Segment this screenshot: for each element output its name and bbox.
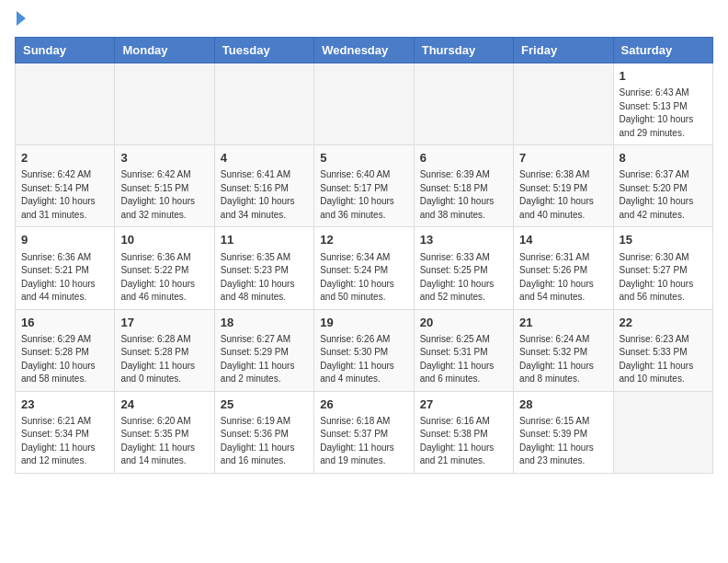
day-number: 17 <box>120 315 208 331</box>
weekday-header-monday: Monday <box>115 38 214 63</box>
calendar-cell: 16Sunrise: 6:29 AM Sunset: 5:28 PM Dayli… <box>16 309 115 391</box>
day-number: 22 <box>620 315 707 331</box>
calendar-cell: 5Sunrise: 6:40 AM Sunset: 5:17 PM Daylig… <box>314 145 414 227</box>
day-info: Sunrise: 6:26 AM Sunset: 5:30 PM Dayligh… <box>320 333 407 386</box>
day-info: Sunrise: 6:15 AM Sunset: 5:39 PM Dayligh… <box>519 415 607 468</box>
calendar-cell <box>115 63 214 145</box>
calendar-cell <box>214 63 313 145</box>
day-number: 13 <box>420 232 507 248</box>
day-number: 5 <box>320 150 407 167</box>
calendar-cell: 21Sunrise: 6:24 AM Sunset: 5:32 PM Dayli… <box>514 309 613 391</box>
calendar-cell <box>314 63 414 145</box>
calendar-cell: 18Sunrise: 6:27 AM Sunset: 5:29 PM Dayli… <box>214 309 313 391</box>
calendar-cell: 23Sunrise: 6:21 AM Sunset: 5:34 PM Dayli… <box>16 391 115 473</box>
day-number: 24 <box>120 396 208 413</box>
calendar-cell: 7Sunrise: 6:38 AM Sunset: 5:19 PM Daylig… <box>514 145 613 227</box>
day-number: 6 <box>420 150 507 167</box>
day-info: Sunrise: 6:40 AM Sunset: 5:17 PM Dayligh… <box>320 168 407 222</box>
calendar-week-row: 1Sunrise: 6:43 AM Sunset: 5:13 PM Daylig… <box>16 63 713 145</box>
day-info: Sunrise: 6:29 AM Sunset: 5:28 PM Dayligh… <box>21 333 108 386</box>
day-number: 19 <box>320 315 407 331</box>
day-info: Sunrise: 6:23 AM Sunset: 5:33 PM Dayligh… <box>620 333 707 386</box>
calendar-cell: 11Sunrise: 6:35 AM Sunset: 5:23 PM Dayli… <box>214 227 313 309</box>
day-number: 18 <box>221 315 308 331</box>
day-info: Sunrise: 6:30 AM Sunset: 5:27 PM Dayligh… <box>620 251 707 304</box>
calendar-cell: 22Sunrise: 6:23 AM Sunset: 5:33 PM Dayli… <box>613 309 712 391</box>
day-number: 12 <box>320 232 407 248</box>
weekday-header-thursday: Thursday <box>414 38 513 63</box>
calendar-cell: 17Sunrise: 6:28 AM Sunset: 5:28 PM Dayli… <box>115 309 214 391</box>
day-number: 10 <box>120 232 208 248</box>
day-number: 1 <box>620 68 707 85</box>
day-number: 25 <box>221 396 308 413</box>
day-number: 2 <box>21 150 108 167</box>
day-info: Sunrise: 6:31 AM Sunset: 5:26 PM Dayligh… <box>519 251 607 304</box>
calendar-cell: 15Sunrise: 6:30 AM Sunset: 5:27 PM Dayli… <box>613 227 712 309</box>
day-info: Sunrise: 6:27 AM Sunset: 5:29 PM Dayligh… <box>221 333 308 386</box>
day-info: Sunrise: 6:42 AM Sunset: 5:14 PM Dayligh… <box>21 168 108 222</box>
day-number: 8 <box>620 150 707 167</box>
day-number: 9 <box>21 232 108 248</box>
calendar-cell: 19Sunrise: 6:26 AM Sunset: 5:30 PM Dayli… <box>314 309 414 391</box>
calendar-cell: 25Sunrise: 6:19 AM Sunset: 5:36 PM Dayli… <box>214 391 313 473</box>
calendar-week-row: 16Sunrise: 6:29 AM Sunset: 5:28 PM Dayli… <box>16 309 713 391</box>
calendar-cell: 14Sunrise: 6:31 AM Sunset: 5:26 PM Dayli… <box>514 227 613 309</box>
day-number: 23 <box>21 396 108 413</box>
calendar-cell: 24Sunrise: 6:20 AM Sunset: 5:35 PM Dayli… <box>115 391 214 473</box>
day-number: 26 <box>320 396 407 413</box>
day-info: Sunrise: 6:16 AM Sunset: 5:38 PM Dayligh… <box>420 415 507 468</box>
weekday-header-tuesday: Tuesday <box>214 38 313 63</box>
day-number: 20 <box>420 315 507 331</box>
day-number: 16 <box>21 315 108 331</box>
calendar-cell <box>16 63 115 145</box>
day-info: Sunrise: 6:42 AM Sunset: 5:15 PM Dayligh… <box>120 168 208 222</box>
weekday-header-wednesday: Wednesday <box>314 38 414 63</box>
day-info: Sunrise: 6:19 AM Sunset: 5:36 PM Dayligh… <box>221 415 308 468</box>
day-number: 11 <box>221 232 308 248</box>
calendar-cell: 4Sunrise: 6:41 AM Sunset: 5:16 PM Daylig… <box>214 145 313 227</box>
day-number: 28 <box>519 396 607 413</box>
calendar-cell: 6Sunrise: 6:39 AM Sunset: 5:18 PM Daylig… <box>414 145 513 227</box>
day-info: Sunrise: 6:36 AM Sunset: 5:22 PM Dayligh… <box>120 251 208 304</box>
calendar-week-row: 2Sunrise: 6:42 AM Sunset: 5:14 PM Daylig… <box>16 145 713 227</box>
calendar-table: SundayMondayTuesdayWednesdayThursdayFrid… <box>15 37 713 474</box>
calendar-week-row: 23Sunrise: 6:21 AM Sunset: 5:34 PM Dayli… <box>16 391 713 473</box>
day-number: 15 <box>620 232 707 248</box>
day-info: Sunrise: 6:20 AM Sunset: 5:35 PM Dayligh… <box>120 415 208 468</box>
day-info: Sunrise: 6:34 AM Sunset: 5:24 PM Dayligh… <box>320 251 407 304</box>
calendar-cell <box>514 63 613 145</box>
calendar-cell: 12Sunrise: 6:34 AM Sunset: 5:24 PM Dayli… <box>314 227 414 309</box>
calendar-cell: 8Sunrise: 6:37 AM Sunset: 5:20 PM Daylig… <box>613 145 712 227</box>
calendar-cell: 2Sunrise: 6:42 AM Sunset: 5:14 PM Daylig… <box>16 145 115 227</box>
day-info: Sunrise: 6:41 AM Sunset: 5:16 PM Dayligh… <box>221 168 308 222</box>
day-info: Sunrise: 6:39 AM Sunset: 5:18 PM Dayligh… <box>420 168 507 222</box>
day-info: Sunrise: 6:24 AM Sunset: 5:32 PM Dayligh… <box>519 333 607 386</box>
day-number: 21 <box>519 315 607 331</box>
calendar-cell: 26Sunrise: 6:18 AM Sunset: 5:37 PM Dayli… <box>314 391 414 473</box>
day-info: Sunrise: 6:37 AM Sunset: 5:20 PM Dayligh… <box>620 168 707 222</box>
weekday-header-saturday: Saturday <box>613 38 712 63</box>
weekday-header-sunday: Sunday <box>16 38 115 63</box>
day-info: Sunrise: 6:21 AM Sunset: 5:34 PM Dayligh… <box>21 415 108 468</box>
day-info: Sunrise: 6:25 AM Sunset: 5:31 PM Dayligh… <box>420 333 507 386</box>
logo-arrow-icon <box>17 11 26 26</box>
day-info: Sunrise: 6:38 AM Sunset: 5:19 PM Dayligh… <box>519 168 607 222</box>
day-number: 7 <box>519 150 607 167</box>
calendar-cell: 10Sunrise: 6:36 AM Sunset: 5:22 PM Dayli… <box>115 227 214 309</box>
calendar-cell: 28Sunrise: 6:15 AM Sunset: 5:39 PM Dayli… <box>514 391 613 473</box>
calendar-cell: 13Sunrise: 6:33 AM Sunset: 5:25 PM Dayli… <box>414 227 513 309</box>
page-header <box>15 15 713 26</box>
day-info: Sunrise: 6:33 AM Sunset: 5:25 PM Dayligh… <box>420 251 507 304</box>
day-number: 4 <box>221 150 308 167</box>
calendar-cell <box>414 63 513 145</box>
calendar-cell: 3Sunrise: 6:42 AM Sunset: 5:15 PM Daylig… <box>115 145 214 227</box>
day-number: 3 <box>120 150 208 167</box>
day-info: Sunrise: 6:35 AM Sunset: 5:23 PM Dayligh… <box>221 251 308 304</box>
logo <box>15 15 26 26</box>
day-number: 27 <box>420 396 507 413</box>
day-info: Sunrise: 6:28 AM Sunset: 5:28 PM Dayligh… <box>120 333 208 386</box>
weekday-header-friday: Friday <box>514 38 613 63</box>
day-info: Sunrise: 6:43 AM Sunset: 5:13 PM Dayligh… <box>620 86 707 140</box>
calendar-cell: 1Sunrise: 6:43 AM Sunset: 5:13 PM Daylig… <box>613 63 712 145</box>
day-info: Sunrise: 6:36 AM Sunset: 5:21 PM Dayligh… <box>21 251 108 304</box>
